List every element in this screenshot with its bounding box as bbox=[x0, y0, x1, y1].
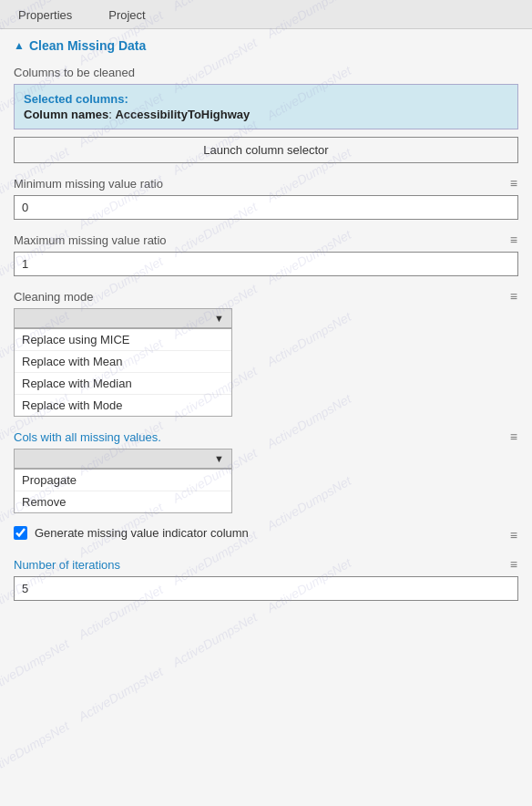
max-ratio-label: Maximum missing value ratio bbox=[14, 233, 167, 247]
cleaning-mode-option-mice[interactable]: Replace using MICE bbox=[15, 329, 231, 351]
section-header: ▲ Clean Missing Data bbox=[14, 38, 518, 53]
cols-missing-dropdown-trigger[interactable]: ▼ bbox=[14, 449, 232, 469]
generate-indicator-group: Generate missing value indicator column … bbox=[14, 526, 518, 544]
cols-missing-label: Cols with all missing values. bbox=[14, 430, 161, 444]
num-iterations-header: Number of iterations ≡ bbox=[14, 557, 518, 572]
main-content: ▲ Clean Missing Data Columns to be clean… bbox=[0, 29, 532, 806]
cleaning-mode-dropdown-container: ▼ Replace using MICE Replace with Mean R… bbox=[14, 308, 518, 417]
tab-properties[interactable]: Properties bbox=[9, 4, 81, 28]
collapse-icon[interactable]: ▲ bbox=[14, 39, 25, 52]
cols-missing-dropdown-list: Propagate Remove bbox=[14, 469, 232, 513]
cleaning-mode-arrow-icon: ▼ bbox=[214, 313, 224, 324]
cols-missing-option-remove[interactable]: Remove bbox=[15, 491, 231, 512]
launch-column-selector-button[interactable]: Launch column selector bbox=[14, 137, 518, 163]
section-title: Clean Missing Data bbox=[29, 38, 146, 53]
generate-indicator-checkbox-row: Generate missing value indicator column bbox=[14, 526, 249, 540]
num-iterations-menu-icon[interactable]: ≡ bbox=[510, 557, 518, 572]
cleaning-mode-group: Cleaning mode ≡ ▼ Replace using MICE Rep… bbox=[14, 289, 518, 417]
columns-label: Columns to be cleaned bbox=[14, 66, 518, 79]
min-ratio-label: Minimum missing value ratio bbox=[14, 177, 163, 191]
max-ratio-group: Maximum missing value ratio ≡ bbox=[14, 232, 518, 276]
num-iterations-group: Number of iterations ≡ bbox=[14, 557, 518, 601]
cleaning-mode-dropdown-list: Replace using MICE Replace with Mean Rep… bbox=[14, 328, 232, 417]
min-ratio-group: Minimum missing value ratio ≡ bbox=[14, 176, 518, 220]
num-iterations-input[interactable] bbox=[14, 576, 518, 601]
cols-missing-menu-icon[interactable]: ≡ bbox=[510, 429, 518, 444]
column-names-value: AccessibilityToHighway bbox=[115, 108, 250, 121]
generate-indicator-menu-icon[interactable]: ≡ bbox=[510, 528, 518, 542]
generate-indicator-checkbox[interactable] bbox=[14, 526, 27, 540]
num-iterations-label: Number of iterations bbox=[14, 558, 120, 572]
columns-group: Columns to be cleaned Selected columns: … bbox=[14, 66, 518, 163]
cleaning-mode-header: Cleaning mode ≡ bbox=[14, 289, 518, 304]
cols-missing-dropdown-container: ▼ Propagate Remove bbox=[14, 449, 518, 513]
min-ratio-header: Minimum missing value ratio ≡ bbox=[14, 176, 518, 191]
generate-indicator-row: Generate missing value indicator column … bbox=[14, 526, 518, 544]
cols-missing-arrow-icon: ▼ bbox=[214, 453, 224, 464]
max-ratio-input[interactable] bbox=[14, 252, 518, 276]
min-ratio-input[interactable] bbox=[14, 195, 518, 220]
cols-missing-header: Cols with all missing values. ≡ bbox=[14, 429, 518, 444]
cleaning-mode-option-median[interactable]: Replace with Median bbox=[15, 373, 231, 395]
cleaning-mode-menu-icon[interactable]: ≡ bbox=[510, 289, 518, 304]
cleaning-mode-dropdown-trigger[interactable]: ▼ bbox=[14, 308, 232, 328]
cleaning-mode-option-mean[interactable]: Replace with Mean bbox=[15, 351, 231, 373]
max-ratio-header: Maximum missing value ratio ≡ bbox=[14, 232, 518, 247]
cols-missing-option-propagate[interactable]: Propagate bbox=[15, 470, 231, 491]
selected-columns-title: Selected columns: bbox=[24, 92, 508, 106]
cleaning-mode-label: Cleaning mode bbox=[14, 290, 93, 304]
column-names-display: Column names: AccessibilityToHighway bbox=[24, 108, 508, 121]
generate-indicator-label: Generate missing value indicator column bbox=[35, 526, 249, 540]
top-tabs: Properties Project bbox=[0, 0, 532, 29]
column-names-label: Column names bbox=[24, 108, 108, 121]
selected-columns-box: Selected columns: Column names: Accessib… bbox=[14, 84, 518, 129]
cols-missing-group: Cols with all missing values. ≡ ▼ Propag… bbox=[14, 429, 518, 513]
cleaning-mode-option-mode[interactable]: Replace with Mode bbox=[15, 395, 231, 416]
min-ratio-menu-icon[interactable]: ≡ bbox=[510, 176, 518, 191]
max-ratio-menu-icon[interactable]: ≡ bbox=[510, 232, 518, 247]
tab-project[interactable]: Project bbox=[99, 4, 154, 28]
